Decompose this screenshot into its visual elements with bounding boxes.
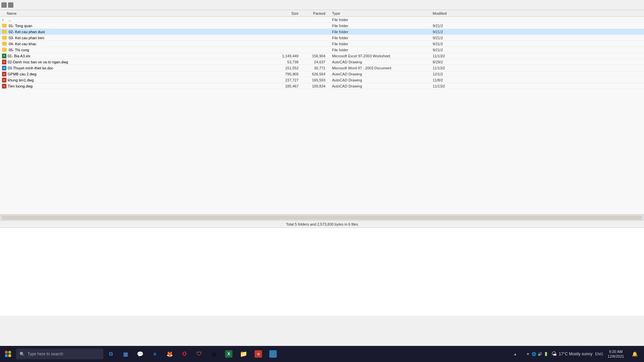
folder-icon bbox=[2, 30, 7, 34]
clock-date: 12/8/2021 bbox=[608, 354, 624, 359]
up-icon: ↑ bbox=[2, 18, 7, 21]
column-headers: Name Size Packed Type Modified bbox=[0, 10, 644, 17]
col-header-type[interactable]: Type bbox=[329, 11, 429, 15]
language-indicator[interactable]: ENG bbox=[595, 352, 603, 356]
edge-button[interactable]: e bbox=[148, 347, 162, 361]
table-row[interactable]: D GPMB cau 2.dwg 795,905 626,564 AutoCAD… bbox=[0, 71, 644, 77]
weather-text: 17°C Mostly sunny bbox=[559, 352, 592, 356]
toolbar-btn-1[interactable] bbox=[1, 2, 7, 8]
chat-icon: 💬 bbox=[137, 350, 144, 358]
clock-time: 9:20 AM bbox=[609, 349, 623, 354]
table-row[interactable]: 02- Ket cau phan duoi File folder 9/21/2 bbox=[0, 29, 644, 35]
notification-icon: 🔔 bbox=[632, 351, 638, 357]
table-row[interactable]: X 01- Bia A3.xls 1,149,440 156,904 Micro… bbox=[0, 53, 644, 59]
table-row[interactable]: ↑ .. File folder bbox=[0, 17, 644, 23]
task-view-icon: ⧉ bbox=[107, 350, 114, 358]
dwg-icon: D bbox=[2, 72, 6, 76]
explorer-icon: 📁 bbox=[240, 350, 247, 358]
sun-icon: ☀ bbox=[525, 351, 531, 357]
file-list: ↑ .. File folder 01- Tong quan File fold… bbox=[0, 17, 644, 214]
doc-icon: W bbox=[2, 66, 6, 70]
firefox-button[interactable]: 🦊 bbox=[162, 347, 177, 361]
desktop-area bbox=[0, 228, 644, 316]
toolbar-btn-2[interactable] bbox=[8, 2, 13, 8]
dwg-icon: D bbox=[2, 78, 6, 82]
table-row[interactable]: D Tien luong.dwg 185,467 100,834 AutoCAD… bbox=[0, 83, 644, 89]
toolbar-area bbox=[0, 0, 644, 10]
search-icon: 🔍 bbox=[19, 352, 25, 357]
explorer-button[interactable]: 📁 bbox=[236, 347, 251, 361]
status-bar: Total 5 folders and 2,573,830 bytes in 6… bbox=[0, 220, 644, 228]
folder-icon bbox=[2, 42, 7, 46]
widgets-icon: ▦ bbox=[122, 350, 129, 358]
taskbar-search[interactable]: 🔍 Type here to search bbox=[16, 349, 103, 359]
volume-icon[interactable]: 🔊 bbox=[537, 351, 543, 357]
weather-icon: 🌤 bbox=[551, 351, 557, 357]
network-icon[interactable]: 🌐 bbox=[531, 351, 537, 357]
table-row[interactable]: 03- Ket cau phan tren File folder 9/21/2 bbox=[0, 35, 644, 41]
brave-button[interactable]: 🛡 bbox=[192, 347, 207, 361]
chrome-icon: ◎ bbox=[210, 350, 218, 358]
edge-icon: e bbox=[151, 350, 159, 358]
table-row[interactable]: D 02-Danh muc ban ve va to ngan.dwg 53,7… bbox=[0, 59, 644, 65]
table-row[interactable]: 04- Ket cau khac File folder 9/21/2 bbox=[0, 41, 644, 47]
system-tray: ☀ 🌐 🔊 🔋 bbox=[525, 351, 549, 357]
table-row[interactable]: D khung ten1.dwg 237,727 165,593 AutoCAD… bbox=[0, 77, 644, 83]
chevron-up-icon: ▲ bbox=[514, 352, 517, 356]
task-view-button[interactable]: ⧉ bbox=[103, 347, 118, 361]
app2-icon: 🎮 bbox=[269, 350, 277, 358]
search-placeholder-text: Type here to search bbox=[28, 352, 63, 356]
table-row[interactable]: W 03-Thuyet minh thiet ke.doc 151,552 30… bbox=[0, 65, 644, 71]
table-row[interactable]: 05- Thi cong File folder 9/21/2 bbox=[0, 47, 644, 53]
windows-logo-icon bbox=[5, 351, 11, 357]
chat-button[interactable]: 💬 bbox=[133, 347, 148, 361]
battery-icon[interactable]: 🔋 bbox=[543, 351, 549, 357]
app1-button[interactable]: ⚙ bbox=[251, 347, 266, 361]
brave-icon: 🛡 bbox=[196, 350, 203, 358]
app1-icon: ⚙ bbox=[255, 350, 262, 358]
opera-icon: O bbox=[181, 350, 188, 358]
file-manager-window: Name Size Packed Type Modified ↑ .. File… bbox=[0, 0, 644, 228]
taskbar-right: ▲ ☀ 🌐 🔊 🔋 🌤 17°C Mostly sunny ENG 9:20 A… bbox=[508, 346, 644, 362]
weather-widget: 🌤 17°C Mostly sunny bbox=[551, 351, 592, 357]
show-hidden-icons-button[interactable]: ▲ bbox=[508, 347, 523, 361]
notification-center-button[interactable]: 🔔 bbox=[629, 347, 641, 361]
table-row[interactable]: 01- Tong quan File folder 9/21/2 bbox=[0, 23, 644, 29]
clock[interactable]: 9:20 AM 12/8/2021 bbox=[606, 349, 626, 359]
xls-icon: X bbox=[2, 54, 6, 58]
col-header-size[interactable]: Size bbox=[245, 11, 302, 15]
taskbar: 🔍 Type here to search ⧉ ▦ 💬 e 🦊 O 🛡 ◎ X … bbox=[0, 346, 644, 362]
col-header-modified[interactable]: Modified bbox=[429, 11, 644, 15]
opera-button[interactable]: O bbox=[177, 347, 192, 361]
col-header-packed[interactable]: Packed bbox=[302, 11, 329, 15]
chrome-button[interactable]: ◎ bbox=[207, 347, 221, 361]
scroll-track[interactable] bbox=[2, 216, 642, 220]
app2-button[interactable]: 🎮 bbox=[266, 347, 280, 361]
widgets-button[interactable]: ▦ bbox=[118, 347, 133, 361]
excel-icon: X bbox=[225, 350, 232, 358]
dwg-icon: D bbox=[2, 60, 6, 64]
firefox-icon: 🦊 bbox=[166, 350, 173, 358]
folder-icon bbox=[2, 36, 7, 40]
folder-icon bbox=[2, 48, 7, 52]
folder-icon bbox=[2, 24, 7, 27]
dwg-icon: D bbox=[2, 84, 6, 88]
col-header-name[interactable]: Name bbox=[0, 11, 245, 15]
start-button[interactable] bbox=[0, 346, 16, 362]
horizontal-scrollbar[interactable] bbox=[0, 214, 644, 220]
excel-button[interactable]: X bbox=[221, 347, 236, 361]
